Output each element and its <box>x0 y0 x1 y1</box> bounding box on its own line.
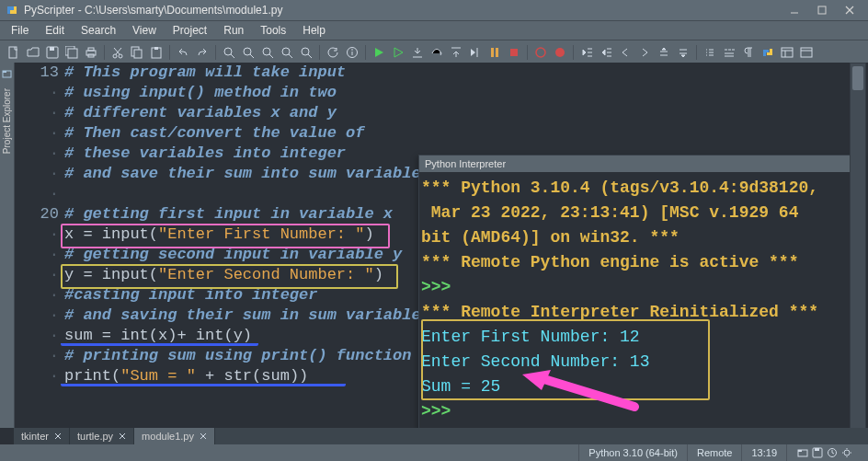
cut-icon[interactable] <box>109 44 126 61</box>
svg-rect-10 <box>88 48 94 51</box>
window-icon[interactable] <box>798 44 815 61</box>
status-save-icon[interactable] <box>811 446 824 459</box>
open-icon[interactable] <box>25 44 41 61</box>
svg-marker-33 <box>471 49 475 56</box>
main-toolbar <box>0 40 868 65</box>
pause-icon[interactable] <box>486 44 503 61</box>
line-down-icon[interactable] <box>675 44 691 61</box>
file-tab-tkinter[interactable]: tkinter <box>14 428 70 444</box>
redo-icon[interactable] <box>194 44 211 61</box>
close-tab-icon[interactable] <box>200 432 207 440</box>
svg-point-38 <box>536 48 545 57</box>
minimize-button[interactable] <box>782 2 807 18</box>
interpreter-title[interactable]: Python Interpreter <box>419 156 865 172</box>
menu-tools[interactable]: Tools <box>253 22 293 39</box>
undo-icon[interactable] <box>175 44 191 61</box>
status-debug-icon[interactable] <box>840 446 853 459</box>
replace-icon[interactable] <box>259 44 276 61</box>
app-layout-icon[interactable] <box>779 44 795 61</box>
run-icon[interactable] <box>371 44 387 61</box>
gutter-line: · <box>17 245 59 265</box>
gutter-line: · <box>17 366 59 386</box>
info-icon[interactable] <box>344 44 360 61</box>
toolbar-separator <box>215 45 216 60</box>
maximize-button[interactable] <box>809 2 835 18</box>
svg-rect-8 <box>68 49 77 58</box>
file-tab-label: module1.py <box>142 431 194 442</box>
window-title: PyScripter - C:\Users\smarty\Documents\m… <box>24 4 780 17</box>
close-tab-icon[interactable] <box>54 432 62 440</box>
menu-project[interactable]: Project <box>166 22 214 39</box>
code-line[interactable]: # This program will take input <box>64 63 830 83</box>
svg-rect-36 <box>496 48 498 57</box>
code-line[interactable]: # using input() method in two <box>64 83 830 103</box>
sidebar[interactable]: Project Explorer <box>0 63 15 428</box>
paste-icon[interactable] <box>148 44 165 61</box>
line-up-icon[interactable] <box>656 44 672 61</box>
svg-point-12 <box>113 54 117 58</box>
app-icon <box>6 4 18 17</box>
status-python[interactable]: Python 3.10 (64-bit) <box>578 444 687 461</box>
gutter-line: 13 <box>17 63 59 83</box>
menu-edit[interactable]: Edit <box>38 22 72 39</box>
close-button[interactable] <box>837 2 862 18</box>
svg-marker-32 <box>394 48 403 57</box>
save-icon[interactable] <box>44 44 61 61</box>
menu-file[interactable]: File <box>4 22 36 39</box>
menu-view[interactable]: View <box>125 22 164 39</box>
gutter-line: · <box>17 225 59 245</box>
print-icon[interactable] <box>83 44 99 61</box>
highlight-icon[interactable] <box>279 44 295 61</box>
code-line[interactable]: # Then cast/convert the value of <box>64 123 830 144</box>
indent-icon[interactable] <box>598 44 614 61</box>
nav-fwd-icon[interactable] <box>636 44 653 61</box>
project-explorer-tab[interactable]: Project Explorer <box>2 86 12 156</box>
interpreter-line: Enter First Number: 12 <box>421 325 863 350</box>
copy-icon[interactable] <box>129 44 145 61</box>
python-interpreter-pane[interactable]: Python Interpreter *** Python 3.10.4 (ta… <box>418 155 866 451</box>
gutter-line: · <box>17 144 59 164</box>
svg-rect-46 <box>3 71 6 73</box>
record-icon[interactable] <box>532 44 549 61</box>
menubar: FileEditSearchViewProjectRunToolsHelp <box>0 21 868 40</box>
menu-help[interactable]: Help <box>295 22 333 39</box>
code-line[interactable]: # different variables x and y <box>64 103 830 123</box>
menu-run[interactable]: Run <box>216 22 251 39</box>
toolbar-separator <box>696 45 697 60</box>
debug-icon[interactable] <box>390 44 406 61</box>
dedent-icon[interactable] <box>578 44 595 61</box>
editor-scrollbar[interactable] <box>850 63 866 430</box>
run-to-cursor-icon[interactable] <box>467 44 484 61</box>
status-icons <box>786 444 862 461</box>
find-icon[interactable] <box>221 44 237 61</box>
toggle-list-icon[interactable] <box>702 44 718 61</box>
find-next-icon[interactable] <box>240 44 257 61</box>
stop-icon[interactable] <box>552 44 568 61</box>
gutter-line: · <box>17 164 59 184</box>
step-out-icon[interactable] <box>448 44 464 61</box>
interpreter-output[interactable]: *** Python 3.10.4 (tags/v3.10.4:9d38120,… <box>419 172 865 428</box>
file-tab-module1-py[interactable]: module1.py <box>134 428 215 444</box>
refresh-icon[interactable] <box>325 44 341 61</box>
pilcrow-icon[interactable] <box>740 44 757 61</box>
menu-search[interactable]: Search <box>74 22 123 39</box>
file-tab-turtle-py[interactable]: turtle.py <box>70 428 134 444</box>
interpreter-line: *** Python 3.10.4 (tags/v3.10.4:9d38120, <box>421 176 863 201</box>
python-icon[interactable] <box>760 44 776 61</box>
status-folder-icon[interactable] <box>796 446 809 459</box>
file-tab-label: tkinter <box>21 431 49 442</box>
step-over-icon[interactable] <box>428 44 445 61</box>
stop-square-icon[interactable] <box>506 44 522 61</box>
toggle-whitespace-icon[interactable] <box>721 44 737 61</box>
status-history-icon[interactable] <box>826 446 839 459</box>
close-tab-icon[interactable] <box>119 432 126 440</box>
new-file-icon[interactable] <box>6 44 22 61</box>
toolbar-separator <box>169 45 170 60</box>
svg-rect-62 <box>798 450 802 452</box>
find-in-files-icon[interactable] <box>298 44 314 61</box>
step-into-icon[interactable] <box>409 44 426 61</box>
nav-back-icon[interactable] <box>617 44 634 61</box>
gutter-line: · <box>17 305 59 326</box>
scroll-thumb[interactable] <box>852 66 863 90</box>
save-all-icon[interactable] <box>63 44 80 61</box>
